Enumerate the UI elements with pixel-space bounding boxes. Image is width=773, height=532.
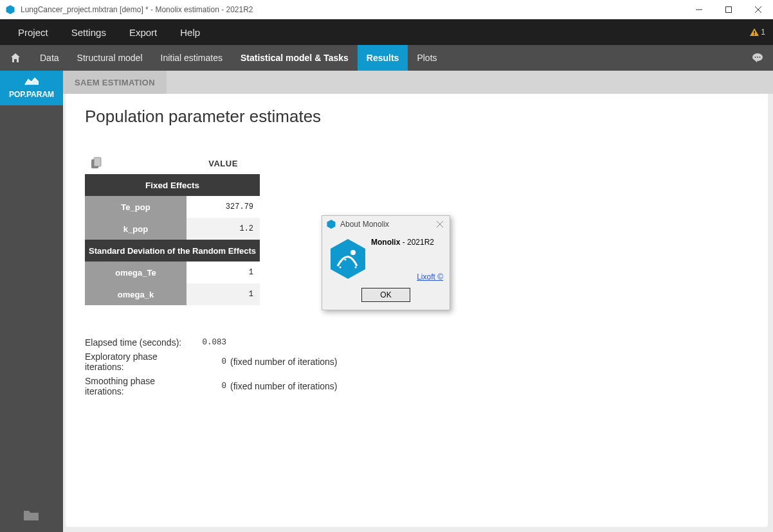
svg-rect-7 bbox=[754, 34, 756, 35]
column-header-value: VALUE bbox=[186, 152, 260, 174]
svg-point-11 bbox=[757, 57, 758, 58]
svg-marker-0 bbox=[6, 5, 15, 14]
about-dialog-icon bbox=[326, 219, 336, 229]
window-title-bar: LungCancer_project.mlxtran [demo] * - Mo… bbox=[0, 0, 773, 19]
chart-area-icon bbox=[24, 76, 39, 87]
stat-label-smoothing: Smoothing phase iterations: bbox=[85, 376, 194, 396]
app-icon bbox=[5, 4, 15, 15]
row-value-te-pop: 327.79 bbox=[186, 196, 260, 218]
svg-point-19 bbox=[350, 250, 356, 255]
main-menu-bar: Project Settings Export Help 1 bbox=[0, 19, 773, 45]
svg-rect-14 bbox=[94, 157, 101, 166]
section-random-effects: Standard Deviation of the Random Effects bbox=[85, 240, 260, 262]
home-icon bbox=[10, 52, 21, 64]
run-statistics: Elapsed time (seconds): 0.083 Explorator… bbox=[85, 337, 749, 396]
row-value-omega-te: 1 bbox=[186, 262, 260, 283]
parameter-estimates-table: VALUE Fixed Effects Te_pop 327.79 k_pop … bbox=[85, 152, 260, 305]
folder-icon bbox=[23, 509, 40, 522]
comments-button[interactable] bbox=[742, 45, 773, 71]
menu-project[interactable]: Project bbox=[6, 19, 60, 45]
subtab-saem-estimation[interactable]: SAEM ESTIMATION bbox=[63, 71, 167, 94]
section-fixed-effects: Fixed Effects bbox=[85, 174, 260, 196]
stat-label-exploratory: Exploratory phase iterations: bbox=[85, 351, 194, 372]
svg-rect-6 bbox=[754, 31, 756, 33]
copy-icon bbox=[90, 157, 103, 170]
svg-point-22 bbox=[355, 267, 357, 269]
tab-statistical-model-tasks[interactable]: Statistical model & Tasks bbox=[232, 45, 358, 71]
close-icon bbox=[755, 6, 761, 13]
window-minimize-button[interactable] bbox=[684, 0, 714, 19]
stat-note-smoothing: (fixed number of iterations) bbox=[226, 381, 338, 391]
content-area: Population parameter estimates VALUE Fix… bbox=[63, 94, 773, 532]
minimize-icon bbox=[696, 6, 702, 13]
about-dialog-title: About Monolix bbox=[340, 220, 433, 229]
about-product-line: Monolix - 2021R2 bbox=[371, 238, 443, 247]
warning-icon bbox=[749, 27, 759, 37]
tab-results[interactable]: Results bbox=[358, 45, 408, 71]
stat-value-elapsed: 0.083 bbox=[194, 338, 226, 347]
svg-rect-2 bbox=[726, 6, 732, 12]
svg-marker-18 bbox=[331, 239, 365, 279]
stat-note-exploratory: (fixed number of iterations) bbox=[226, 357, 338, 367]
tab-plots[interactable]: Plots bbox=[408, 45, 446, 71]
about-dialog-titlebar: About Monolix bbox=[322, 216, 450, 233]
menu-help[interactable]: Help bbox=[168, 19, 212, 45]
chat-bubble-icon bbox=[751, 51, 764, 64]
about-dialog-close-button[interactable] bbox=[433, 221, 447, 227]
about-product-name: Monolix bbox=[371, 238, 400, 247]
tab-structural-model[interactable]: Structural model bbox=[68, 45, 152, 71]
close-icon bbox=[437, 221, 443, 227]
sidebar-tab-label: POP.PARAM bbox=[9, 90, 54, 99]
svg-point-21 bbox=[345, 259, 347, 261]
warnings-indicator[interactable]: 1 bbox=[749, 27, 765, 37]
svg-point-12 bbox=[759, 57, 761, 58]
row-label-te-pop: Te_pop bbox=[85, 196, 186, 218]
tab-initial-estimates[interactable]: Initial estimates bbox=[152, 45, 232, 71]
monolix-logo bbox=[329, 238, 367, 281]
window-title: LungCancer_project.mlxtran [demo] * - Mo… bbox=[21, 5, 684, 14]
results-card: Population parameter estimates VALUE Fix… bbox=[66, 94, 768, 527]
about-version: 2021R2 bbox=[407, 238, 434, 247]
about-ok-button[interactable]: OK bbox=[361, 288, 410, 302]
sidebar-tab-pop-param[interactable]: POP.PARAM bbox=[0, 71, 63, 105]
copy-table-button[interactable] bbox=[90, 157, 103, 170]
warnings-count: 1 bbox=[761, 28, 765, 37]
stat-label-elapsed: Elapsed time (seconds): bbox=[85, 337, 194, 348]
stat-value-smoothing: 0 bbox=[194, 382, 226, 391]
open-project-folder-button[interactable] bbox=[0, 501, 63, 532]
svg-point-20 bbox=[340, 267, 341, 269]
row-label-omega-k: omega_k bbox=[85, 283, 186, 305]
about-dialog: About Monolix Monolix - 2021R2 Lixoft © … bbox=[322, 215, 450, 310]
stat-value-exploratory: 0 bbox=[194, 357, 226, 366]
maximize-icon bbox=[725, 6, 732, 13]
row-label-k-pop: k_pop bbox=[85, 218, 186, 240]
svg-marker-15 bbox=[327, 220, 336, 229]
left-sidebar: POP.PARAM bbox=[0, 71, 63, 532]
result-subtabs: SAEM ESTIMATION bbox=[63, 71, 773, 94]
tab-data[interactable]: Data bbox=[31, 45, 68, 71]
menu-settings[interactable]: Settings bbox=[60, 19, 118, 45]
page-title: Population parameter estimates bbox=[85, 107, 749, 127]
window-close-button[interactable] bbox=[743, 0, 773, 19]
home-button[interactable] bbox=[0, 45, 31, 71]
menu-export[interactable]: Export bbox=[118, 19, 168, 45]
svg-point-10 bbox=[755, 57, 756, 58]
row-value-k-pop: 1.2 bbox=[186, 218, 260, 240]
row-value-omega-k: 1 bbox=[186, 283, 260, 305]
row-label-omega-te: omega_Te bbox=[85, 262, 186, 283]
workflow-tabs: Data Structural model Initial estimates … bbox=[0, 45, 773, 71]
lixoft-link[interactable]: Lixoft © bbox=[371, 272, 443, 281]
window-maximize-button[interactable] bbox=[714, 0, 743, 19]
